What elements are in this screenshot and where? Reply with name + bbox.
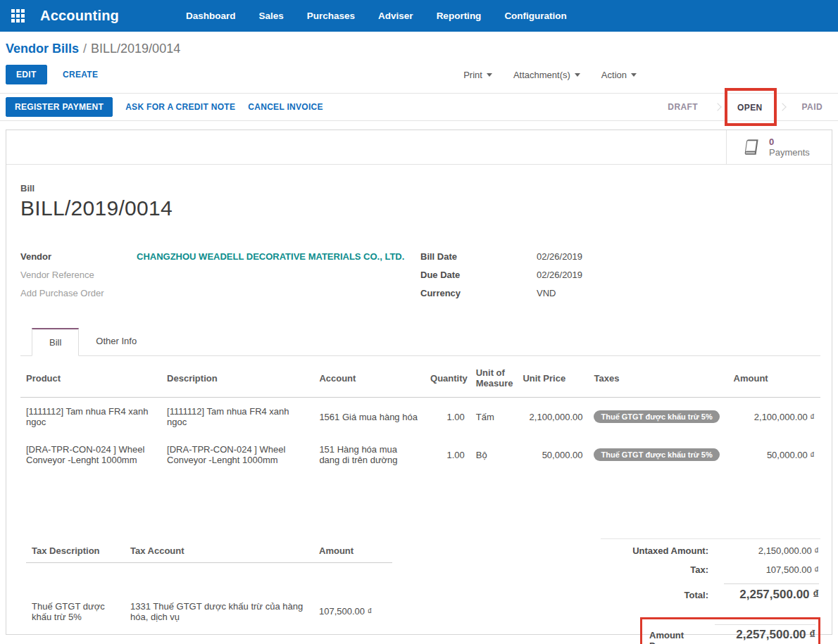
breadcrumb-separator: / [83, 42, 87, 56]
menu-purchases[interactable]: Purchases [307, 11, 355, 21]
state-paid[interactable]: PAID [795, 102, 830, 112]
payments-stat-button[interactable]: 0 Payments [726, 130, 832, 164]
cell-amount: 50,000.00 ₫ [728, 436, 820, 474]
table-row[interactable]: [DRA-TPR-CON-024 ] Wheel Conveyor -Lengh… [20, 436, 820, 474]
chevron-right-icon [713, 103, 721, 111]
amount-due-value: 2,257,500.00 ₫ [715, 624, 815, 642]
tab-other-info[interactable]: Other Info [79, 328, 154, 356]
state-widget: DRAFT OPEN PAID [661, 101, 832, 113]
cell-quantity: 1.00 [425, 436, 470, 474]
cell-uom: Tấm [470, 398, 518, 436]
print-menu-label: Print [463, 70, 482, 80]
total-label: Total: [684, 590, 708, 600]
attachments-menu-label: Attachment(s) [513, 70, 570, 80]
payments-label: Payments [769, 147, 810, 158]
cell-product: [1111112] Tam nhua FR4 xanh ngoc [20, 398, 161, 436]
state-draft[interactable]: DRAFT [661, 102, 705, 112]
state-open[interactable]: OPEN [730, 103, 770, 113]
tax-tag: Thuế GTGT được khấu trừ 5% [594, 448, 719, 461]
caret-down-icon [487, 73, 492, 77]
action-menu[interactable]: Action [601, 70, 637, 80]
menu-reporting[interactable]: Reporting [437, 11, 482, 21]
notebook-tabs: Bill Other Info [20, 327, 820, 356]
action-menus: Print Attachment(s) Action [463, 70, 637, 80]
vendor-reference-label: Vendor Reference [20, 270, 137, 280]
cell-amount: 2,100,000.00 ₫ [728, 398, 820, 436]
top-navbar: Accounting Dashboard Sales Purchases Adv… [0, 0, 838, 32]
amount-due-label: Amount Due: [649, 630, 705, 644]
tab-bill[interactable]: Bill [32, 328, 79, 356]
vendor-value-link[interactable]: CHANGZHOU WEADELL DECORATIVE MATERIALS C… [137, 251, 404, 262]
cell-description: [1111112] Tam nhua FR4 xanh ngoc [161, 398, 313, 436]
button-box: 0 Payments [6, 130, 832, 165]
header-description[interactable]: Description [161, 358, 313, 398]
cell-quantity: 1.00 [425, 398, 470, 436]
header-quantity[interactable]: Quantity [425, 358, 470, 398]
untaxed-amount-value: 2,150,000.00 ₫ [724, 545, 819, 556]
cell-taxes: Thuế GTGT được khấu trừ 5% [588, 436, 727, 474]
print-menu[interactable]: Print [463, 70, 492, 80]
caret-down-icon [575, 73, 580, 77]
header-product[interactable]: Product [20, 358, 161, 398]
totals-panel: Untaxed Amount: 2,150,000.00 ₫ Tax: 107,… [601, 538, 820, 644]
menu-adviser[interactable]: Adviser [378, 11, 413, 21]
ask-credit-note-button[interactable]: ASK FOR A CREDIT NOTE [125, 102, 235, 112]
tax-summary-table: Tax Description Tax Account Amount Thuế … [26, 538, 392, 644]
breadcrumb-vendor-bills[interactable]: Vendor Bills [6, 42, 79, 56]
apps-grid-icon[interactable] [11, 9, 25, 23]
create-button[interactable]: CREATE [63, 70, 98, 80]
main-menu: Dashboard Sales Purchases Adviser Report… [186, 11, 567, 21]
register-payment-button[interactable]: REGISTER PAYMENT [6, 97, 113, 117]
menu-sales[interactable]: Sales [259, 11, 284, 21]
annotation-box-amount-due: Amount Due: 2,257,500.00 ₫ [640, 617, 820, 644]
tax-header-row: Tax Description Tax Account Amount [26, 538, 392, 563]
app-title[interactable]: Accounting [40, 8, 119, 24]
cell-tax-account: 1331 Thuế GTGT dược khấu trừ của hàng hó… [125, 563, 313, 644]
lines-header-row: Product Description Account Quantity Uni… [20, 358, 820, 398]
bill-date-value: 02/26/2019 [537, 251, 582, 262]
cell-uom: Bộ [470, 436, 518, 474]
field-groups: Vendor CHANGZHOU WEADELL DECORATIVE MATE… [20, 251, 820, 306]
edit-button[interactable]: EDIT [6, 65, 47, 84]
cell-product: [DRA-TPR-CON-024 ] Wheel Conveyor -Lengh… [20, 436, 161, 474]
document-type-label: Bill [20, 183, 820, 194]
payments-count: 0 [769, 137, 810, 147]
cell-description: [DRA-TPR-CON-024 ] Wheel Conveyor -Lengh… [161, 436, 313, 474]
invoice-lines-table: Product Description Account Quantity Uni… [20, 358, 820, 474]
due-date-label: Due Date [420, 270, 537, 280]
book-icon [741, 138, 762, 156]
menu-configuration[interactable]: Configuration [504, 11, 566, 21]
menu-dashboard[interactable]: Dashboard [186, 11, 236, 21]
control-panel: Vendor Bills/BILL/2019/0014 EDIT CREATE … [0, 32, 838, 93]
cancel-invoice-button[interactable]: CANCEL INVOICE [248, 102, 323, 112]
untaxed-amount-label: Untaxed Amount: [632, 545, 708, 556]
cell-unit-price: 50,000.00 [517, 436, 588, 474]
bill-date-label: Bill Date [420, 251, 537, 262]
header-unit-price[interactable]: Unit Price [517, 358, 588, 398]
header-tax-amount: Amount [313, 538, 392, 563]
bill-number-title: BILL/2019/0014 [20, 196, 820, 220]
table-row[interactable]: [1111112] Tam nhua FR4 xanh ngoc [111111… [20, 398, 820, 436]
tax-tag: Thuế GTGT được khấu trừ 5% [594, 410, 719, 423]
header-uom[interactable]: Unit of Measure [470, 358, 518, 398]
action-menu-label: Action [601, 70, 627, 80]
cell-account: 151 Hàng hóa mua dang di trên dường [313, 436, 425, 474]
tax-total-value: 107,500.00 ₫ [724, 564, 819, 575]
header-taxes[interactable]: Taxes [588, 358, 727, 398]
table-row[interactable]: Thuế GTGT dược khấu trừ 5% 1331 Thuế GTG… [26, 563, 392, 644]
cell-tax-amount: 107,500.00 ₫ [313, 563, 392, 644]
header-account[interactable]: Account [313, 358, 425, 398]
header-tax-account: Tax Account [125, 538, 313, 563]
tax-total-label: Tax: [690, 564, 708, 575]
cell-account: 1561 Giá mua hàng hóa [313, 398, 425, 436]
breadcrumb: Vendor Bills/BILL/2019/0014 [6, 42, 827, 56]
header-amount[interactable]: Amount [728, 358, 820, 398]
cell-unit-price: 2,100,000.00 [517, 398, 588, 436]
total-value: 2,257,500.00 ₫ [724, 583, 819, 602]
vendor-label: Vendor [20, 251, 137, 262]
odoo-accounting-window: Accounting Dashboard Sales Purchases Adv… [0, 0, 838, 644]
header-tax-description: Tax Description [26, 538, 125, 563]
add-purchase-order-label[interactable]: Add Purchase Order [20, 288, 137, 298]
attachments-menu[interactable]: Attachment(s) [513, 70, 580, 80]
statusbar: REGISTER PAYMENT ASK FOR A CREDIT NOTE C… [0, 93, 838, 121]
